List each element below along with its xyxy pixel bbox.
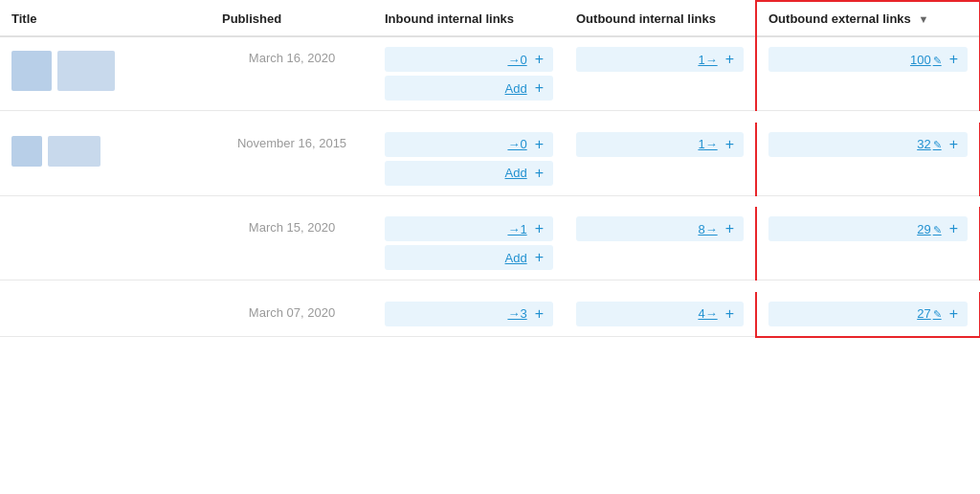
cell-outbound-int-2: 1→ +	[565, 123, 756, 196]
cell-outbound-ext-3: 29✎ +	[756, 207, 980, 281]
cell-inbound-4: →3 +	[373, 292, 565, 337]
published-date-2: November 16, 2015	[237, 136, 346, 150]
outbound-ext-badge-4: 27✎ +	[768, 302, 968, 326]
inbound-cell-2: →0 + Add +	[385, 132, 553, 186]
outbound-ext-badge-1: 100✎ +	[768, 47, 968, 72]
outbound-ext-add-1[interactable]: +	[949, 52, 958, 67]
inbound-add-plus-2[interactable]: +	[535, 166, 544, 181]
inbound-add-btn-4[interactable]: +	[535, 306, 544, 322]
cell-title-1	[0, 36, 211, 111]
inbound-badge-2: →0 +	[385, 132, 553, 157]
outbound-int-add-3[interactable]: +	[725, 221, 734, 236]
thumbnail-medium-1	[57, 51, 115, 91]
row-spacer-3	[0, 281, 980, 292]
cell-title-2	[0, 123, 211, 196]
inbound-add-badge-2: Add +	[385, 161, 553, 186]
links-table: Title Published Inbound internal links O…	[0, 0, 980, 338]
inbound-add-link-2[interactable]: Add	[505, 166, 527, 180]
main-table-wrapper: Title Published Inbound internal links O…	[0, 0, 980, 338]
col-title-label: Title	[11, 11, 37, 26]
col-published-label: Published	[222, 11, 281, 26]
thumbnail-small2-2	[48, 136, 100, 167]
inbound-add-badge-1: Add +	[385, 76, 553, 101]
cell-published-2: November 16, 2015	[211, 123, 373, 196]
edit-icon-1: ✎	[933, 55, 942, 66]
outbound-int-add-2[interactable]: +	[725, 137, 734, 152]
outbound-int-add-1[interactable]: +	[725, 52, 734, 67]
cell-outbound-int-1: 1→ +	[565, 36, 756, 111]
col-outbound-int-label: Outbound internal links	[576, 11, 716, 26]
cell-title-3	[0, 207, 211, 281]
inbound-link-3[interactable]: →1	[507, 222, 526, 236]
inbound-add-plus-3[interactable]: +	[535, 250, 544, 265]
cell-outbound-ext-1: 100✎ +	[756, 36, 980, 111]
inbound-add-badge-3: Add +	[385, 245, 553, 270]
edit-icon-4: ✎	[933, 308, 942, 320]
inbound-cell-4: →3 +	[385, 302, 553, 326]
outbound-int-badge-3: 8→ +	[576, 216, 744, 241]
col-inbound-label: Inbound internal links	[385, 11, 514, 26]
table-row: November 16, 2015 →0 + Add +	[0, 123, 980, 196]
thumbnail-group-1	[11, 51, 199, 91]
outbound-ext-add-4[interactable]: +	[949, 306, 958, 322]
cell-outbound-int-4: 4→ +	[565, 292, 756, 337]
outbound-ext-badge-3: 29✎ +	[768, 216, 968, 241]
cell-inbound-2: →0 + Add +	[373, 123, 565, 196]
inbound-link-4[interactable]: →3	[507, 306, 526, 321]
cell-inbound-3: →1 + Add +	[373, 207, 565, 281]
outbound-ext-badge-2: 32✎ +	[768, 132, 968, 157]
published-date-4: March 07, 2020	[249, 305, 335, 320]
outbound-int-link-1[interactable]: 1→	[698, 53, 717, 67]
thumbnail-large-1	[11, 51, 52, 91]
outbound-int-link-3[interactable]: 8→	[698, 222, 717, 236]
inbound-add-btn-1[interactable]: +	[535, 52, 544, 67]
inbound-add-btn-3[interactable]: +	[535, 221, 544, 236]
outbound-int-link-2[interactable]: 1→	[698, 137, 717, 151]
published-date-1: March 16, 2020	[249, 51, 335, 65]
outbound-ext-link-3[interactable]: 29✎	[917, 222, 941, 236]
outbound-int-badge-1: 1→ +	[576, 47, 744, 72]
col-header-outbound-ext[interactable]: Outbound external links ▼	[756, 1, 980, 36]
inbound-add-link-3[interactable]: Add	[505, 251, 527, 265]
table-header-row: Title Published Inbound internal links O…	[0, 1, 980, 36]
col-outbound-ext-label: Outbound external links	[768, 11, 911, 26]
cell-title-4	[0, 292, 211, 337]
row-spacer-1	[0, 111, 980, 123]
cell-outbound-ext-2: 32✎ +	[756, 123, 980, 196]
outbound-int-badge-4: 4→ +	[576, 302, 744, 326]
inbound-link-2[interactable]: →0	[507, 137, 526, 151]
inbound-link-1[interactable]: →0	[507, 53, 526, 67]
cell-outbound-ext-4: 27✎ +	[756, 292, 980, 337]
cell-published-1: March 16, 2020	[211, 36, 373, 111]
inbound-cell-3: →1 + Add +	[385, 216, 553, 270]
outbound-ext-link-4[interactable]: 27✎	[917, 306, 941, 321]
thumbnail-small-2	[11, 136, 42, 167]
col-header-published: Published	[211, 1, 373, 36]
thumbnail-group-2	[11, 136, 199, 167]
col-header-inbound: Inbound internal links	[373, 1, 565, 36]
inbound-badge-3: →1 +	[385, 216, 553, 241]
cell-published-4: March 07, 2020	[211, 292, 373, 337]
table-row: March 15, 2020 →1 + Add +	[0, 207, 980, 281]
outbound-int-add-4[interactable]: +	[725, 306, 734, 322]
inbound-add-plus-1[interactable]: +	[535, 80, 544, 96]
cell-outbound-int-3: 8→ +	[565, 207, 756, 281]
outbound-ext-add-3[interactable]: +	[949, 221, 958, 236]
outbound-int-link-4[interactable]: 4→	[698, 306, 717, 321]
published-date-3: March 15, 2020	[249, 220, 335, 235]
outbound-ext-add-2[interactable]: +	[949, 137, 958, 152]
cell-published-3: March 15, 2020	[211, 207, 373, 281]
inbound-cell-1: →0 + Add +	[385, 47, 553, 101]
outbound-ext-link-2[interactable]: 32✎	[917, 137, 941, 151]
edit-icon-3: ✎	[933, 224, 942, 236]
col-header-outbound-int: Outbound internal links	[565, 1, 756, 36]
cell-inbound-1: →0 + Add +	[373, 36, 565, 111]
inbound-add-btn-2[interactable]: +	[535, 137, 544, 152]
inbound-badge-4: →3 +	[385, 302, 553, 326]
row-spacer-2	[0, 195, 980, 207]
edit-icon-2: ✎	[933, 139, 942, 150]
sort-icon[interactable]: ▼	[918, 13, 928, 25]
inbound-add-link-1[interactable]: Add	[505, 81, 527, 96]
inbound-badge-1: →0 +	[385, 47, 553, 72]
outbound-ext-link-1[interactable]: 100✎	[910, 53, 942, 67]
